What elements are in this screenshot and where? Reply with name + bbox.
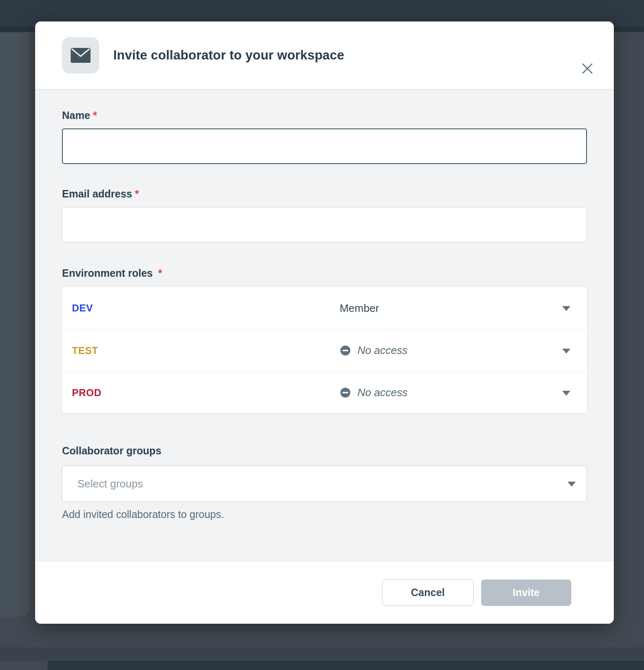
envelope-icon — [62, 37, 99, 74]
name-label: Name* — [62, 109, 587, 121]
chevron-down-icon — [562, 306, 570, 311]
background-left-panel — [0, 32, 30, 617]
env-role-value-prod: No access — [340, 386, 408, 399]
env-name-test: TEST — [72, 345, 340, 356]
env-role-value-test: No access — [340, 344, 408, 357]
chevron-down-icon — [562, 391, 570, 396]
environment-roles-panel: DEV Member TEST No access — [62, 287, 587, 413]
cancel-button[interactable]: Cancel — [382, 580, 474, 606]
chevron-down-icon — [568, 482, 576, 487]
modal-title: Invite collaborator to your workspace — [113, 48, 344, 63]
required-marker: * — [93, 109, 97, 121]
close-icon[interactable] — [578, 59, 596, 78]
email-field[interactable] — [62, 207, 587, 242]
env-role-row-prod[interactable]: PROD No access — [62, 371, 587, 413]
groups-select-placeholder: Select groups — [77, 478, 143, 490]
name-field[interactable] — [62, 128, 587, 164]
email-label: Email address* — [62, 188, 587, 200]
collaborator-groups-label: Collaborator groups — [62, 445, 587, 456]
env-name-dev: DEV — [72, 302, 340, 314]
chevron-down-icon — [562, 349, 570, 354]
env-role-row-test[interactable]: TEST No access — [62, 329, 587, 371]
required-marker: * — [158, 267, 162, 279]
groups-select[interactable]: Select groups — [62, 466, 587, 502]
environment-roles-label: Environment roles* — [62, 267, 587, 279]
invite-collaborator-modal: Invite collaborator to your workspace Na… — [35, 21, 614, 624]
modal-footer: Cancel Invite — [35, 561, 614, 624]
background-bottom-strip — [48, 661, 644, 670]
modal-body: Name* Email address* Environment roles* … — [35, 89, 614, 561]
required-marker: * — [135, 188, 139, 200]
env-role-value-dev: Member — [340, 302, 379, 315]
no-access-icon — [340, 387, 351, 398]
invite-button[interactable]: Invite — [481, 580, 571, 606]
groups-helper-text: Add invited collaborators to groups. — [62, 508, 587, 520]
background-bottom-band — [0, 647, 644, 661]
env-role-row-dev[interactable]: DEV Member — [62, 287, 587, 329]
no-access-icon — [340, 345, 351, 356]
env-name-prod: PROD — [72, 387, 340, 399]
modal-header: Invite collaborator to your workspace — [35, 21, 614, 89]
